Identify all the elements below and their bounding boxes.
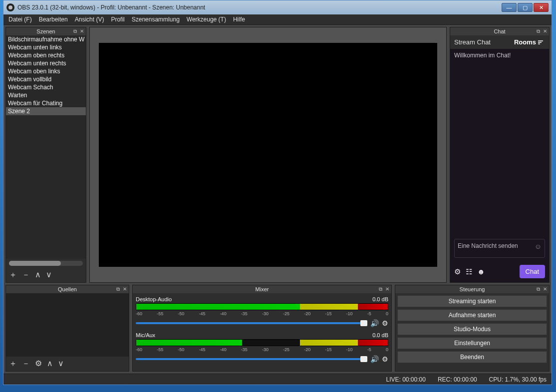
move-down-icon[interactable]: ∨ [46, 270, 52, 280]
panel-title: Chat ⧉✕ [450, 27, 549, 35]
move-down-icon[interactable]: ∨ [58, 359, 64, 369]
undock-icon[interactable]: ⧉ [73, 28, 77, 34]
application-window: OBS 23.0.1 (32-bit, windows) - Profil: U… [3, 0, 552, 385]
app-icon [6, 3, 14, 11]
preview-panel [89, 27, 447, 283]
scene-item[interactable]: Bildschirmaufnahme ohne W [6, 35, 86, 43]
undock-icon[interactable]: ⧉ [537, 286, 540, 292]
controls-body: Streaming startenAufnahme startenStudio-… [395, 293, 549, 365]
add-icon[interactable]: ＋ [9, 270, 17, 280]
control-button[interactable]: Aufnahme starten [397, 309, 547, 321]
preview-canvas[interactable] [99, 43, 437, 267]
menu-scenecollection[interactable]: Szenensammlung [132, 16, 180, 23]
controls-panel: Steuerung ⧉✕ Streaming startenAufnahme s… [395, 285, 550, 372]
menu-tools[interactable]: Werkzeuge (T) [187, 16, 226, 23]
track-db: 0.0 dB [372, 332, 388, 338]
mixer-body: Desktop-Audio0.0 dB -60-55-50-45-40-35-3… [133, 293, 391, 371]
undock-icon[interactable]: ⧉ [379, 286, 382, 292]
chat-panel: Chat ⧉✕ Stream Chat Rooms Willkommen im … [450, 27, 550, 283]
menu-help[interactable]: Hilfe [233, 16, 245, 23]
status-live: LIVE: 00:00:00 [386, 376, 425, 383]
scene-item[interactable]: Webcam oben rechts [6, 51, 86, 59]
maximize-button[interactable]: ▢ [518, 3, 533, 12]
close-icon[interactable]: ✕ [385, 286, 389, 292]
menu-view[interactable]: Ansicht (V) [75, 16, 104, 23]
close-icon[interactable]: ✕ [123, 286, 127, 292]
chat-send-button[interactable]: Chat [520, 265, 545, 278]
minimize-button[interactable]: — [502, 3, 517, 12]
speaker-icon[interactable]: 🔊 [370, 355, 379, 363]
scene-item[interactable]: Webcam vollbild [6, 75, 86, 83]
control-button[interactable]: Streaming starten [397, 295, 547, 307]
scene-list[interactable]: Bildschirmaufnahme ohne WWebcam unten li… [6, 35, 86, 259]
close-button[interactable]: ✕ [534, 3, 549, 12]
remove-icon[interactable]: － [22, 270, 30, 280]
sources-list[interactable] [6, 293, 129, 357]
control-button[interactable]: Studio-Modus [397, 323, 547, 335]
status-cpu: CPU: 1.7%, 30.00 fps [489, 376, 547, 383]
control-button[interactable]: Einstellungen [397, 337, 547, 349]
status-rec: REC: 00:00:00 [438, 376, 477, 383]
audio-meter [136, 339, 388, 346]
move-up-icon[interactable]: ∧ [47, 359, 53, 369]
scene-item[interactable]: Webcam unten links [6, 43, 86, 51]
menu-bar: Datei (F) Bearbeiten Ansicht (V) Profil … [3, 14, 552, 25]
speaker-icon[interactable]: 🔊 [370, 319, 379, 327]
undock-icon[interactable]: ⧉ [116, 286, 120, 292]
emoji-icon[interactable]: ☺ [535, 242, 542, 250]
chat-input[interactable]: Eine Nachricht senden ☺ [454, 239, 545, 258]
close-icon[interactable]: ✕ [543, 28, 547, 34]
scene-item[interactable]: Webcam Schach [6, 83, 86, 91]
window-title: OBS 23.0.1 (32-bit, windows) - Profil: U… [17, 4, 205, 11]
gear-icon[interactable]: ⚙ [35, 359, 42, 369]
close-icon[interactable]: ✕ [543, 286, 547, 292]
window-titlebar[interactable]: OBS 23.0.1 (32-bit, windows) - Profil: U… [3, 0, 552, 14]
move-up-icon[interactable]: ∧ [35, 270, 41, 280]
rooms-dropdown[interactable]: Rooms [514, 38, 545, 46]
scene-item[interactable]: Szene 2 [6, 107, 86, 115]
track-db: 0.0 dB [372, 296, 388, 302]
audio-meter [136, 303, 388, 310]
menu-profile[interactable]: Profil [111, 16, 124, 23]
scene-item[interactable]: Webcam oben links [6, 67, 86, 75]
stream-chat-tab[interactable]: Stream Chat [454, 38, 491, 46]
sort-icon [538, 40, 545, 45]
sources-panel: Quellen ⧉✕ ＋ － ⚙ ∧ ∨ [5, 285, 129, 372]
track-name: Desktop-Audio [136, 296, 172, 302]
panel-title: Szenen ⧉✕ [6, 27, 86, 35]
menu-edit[interactable]: Bearbeiten [39, 16, 68, 23]
scrollbar[interactable] [9, 261, 83, 266]
undock-icon[interactable]: ⧉ [537, 28, 540, 34]
scene-item[interactable]: Warten [6, 91, 86, 99]
mixer-panel: Mixer ⧉✕ Desktop-Audio0.0 dB -60-55-50-4… [132, 285, 392, 372]
control-button[interactable]: Beenden [397, 351, 547, 363]
status-bar: LIVE: 00:00:00 REC: 00:00:00 CPU: 1.7%, … [3, 374, 552, 385]
close-icon[interactable]: ✕ [80, 28, 84, 34]
smile-icon[interactable]: ☻ [477, 267, 485, 276]
remove-icon[interactable]: － [22, 359, 30, 369]
gear-icon[interactable]: ⚙ [382, 355, 388, 363]
track-name: Mic/Aux [136, 332, 155, 338]
scenes-panel: Szenen ⧉✕ Bildschirmaufnahme ohne WWebca… [5, 27, 86, 283]
add-icon[interactable]: ＋ [9, 359, 17, 369]
scene-item[interactable]: Webcam für Chating [6, 99, 86, 107]
volume-slider[interactable] [136, 322, 367, 324]
volume-slider[interactable] [136, 358, 367, 360]
gear-icon[interactable]: ⚙ [382, 319, 388, 327]
scene-item[interactable]: Webcam unten rechts [6, 59, 86, 67]
gear-icon[interactable]: ⚙ [454, 267, 461, 276]
chat-welcome: Willkommen im Chat! [454, 52, 545, 59]
viewers-icon[interactable]: ☷ [466, 267, 472, 276]
menu-file[interactable]: Datei (F) [8, 16, 32, 23]
